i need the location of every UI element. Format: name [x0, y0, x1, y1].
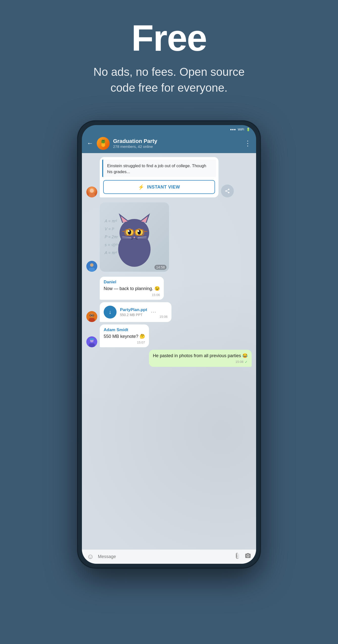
- svg-point-3: [90, 189, 93, 192]
- message-bubble: Adam Smidt 550 MB keynote? 🤔 15:07: [100, 324, 149, 347]
- svg-rect-31: [89, 318, 95, 322]
- message-sender: Adam Smidt: [104, 328, 145, 332]
- checkmark-icon: ✓: [245, 360, 248, 364]
- file-download-button[interactable]: ↓: [104, 306, 117, 318]
- svg-point-17: [128, 230, 130, 232]
- signal-icon: ●●●: [230, 128, 236, 131]
- message-text: 550 MB keynote? 🤔: [104, 334, 145, 340]
- group-info: Graduation Party 278 members, 42 online: [113, 138, 241, 148]
- more-options-icon[interactable]: ⋮: [244, 139, 251, 148]
- message-sender: Daniel: [104, 280, 160, 284]
- avatar: [86, 186, 97, 198]
- message-input[interactable]: [98, 554, 230, 559]
- table-row: A = πr² V = l³ P = 2πr s = √(r²+h²) A = …: [86, 202, 252, 272]
- svg-rect-39: [89, 338, 94, 340]
- chat-header: ← 🍍 Graduation Party 278 members, 42 onl…: [82, 134, 256, 153]
- share-button[interactable]: [221, 184, 234, 198]
- file-more-icon[interactable]: ⋯: [151, 309, 156, 315]
- svg-rect-37: [89, 343, 95, 347]
- bolt-icon: ⚡: [138, 184, 144, 190]
- hero-section: Free No ads, no fees. Open source code f…: [0, 0, 338, 111]
- phone-screen: ●●● WiFi 🔋 ← 🍍 Graduation Party 278 memb…: [82, 125, 256, 564]
- back-button[interactable]: ←: [87, 140, 93, 147]
- phone-mockup: ●●● WiFi 🔋 ← 🍍 Graduation Party 278 memb…: [77, 121, 261, 568]
- svg-point-40: [247, 555, 249, 556]
- file-name: PartyPlan.ppt: [120, 308, 147, 312]
- article-bubble: Einstein struggled to find a job out of …: [100, 157, 219, 198]
- table-row: Adam Smidt 550 MB keynote? 🤔 15:07: [86, 324, 252, 347]
- article-preview-text: Einstein struggled to find a job out of …: [102, 160, 216, 177]
- chat-body: Einstein struggled to find a job out of …: [82, 153, 256, 550]
- table-row: Einstein struggled to find a job out of …: [86, 157, 252, 198]
- table-row: Daniel Now — back to planning. 😉 15:06: [86, 277, 252, 300]
- table-row: ↓ PartyPlan.ppt 550.2 MB PPT ⋯ 15:06: [86, 302, 252, 322]
- svg-line-26: [122, 238, 131, 238]
- status-bar: ●●● WiFi 🔋: [82, 125, 256, 134]
- status-icons: ●●● WiFi 🔋: [230, 128, 250, 131]
- message-time: 15:06: [104, 293, 160, 297]
- table-row: He pasted in photos from all previous pa…: [86, 350, 252, 367]
- file-size: 550.2 MB PPT: [120, 313, 147, 317]
- camera-button[interactable]: [245, 552, 251, 561]
- emoji-button[interactable]: ☺: [87, 552, 94, 560]
- avatar: [86, 336, 97, 347]
- instant-view-button[interactable]: ⚡ INSTANT VIEW: [103, 180, 215, 194]
- message-text: He pasted in photos from all previous pa…: [153, 353, 248, 359]
- svg-point-8: [119, 219, 149, 247]
- hero-title: Free: [131, 20, 207, 56]
- instant-view-label: INSTANT VIEW: [147, 184, 180, 190]
- message-time: 15:08 ✓: [153, 360, 248, 364]
- outgoing-bubble: He pasted in photos from all previous pa…: [149, 350, 252, 367]
- time-label: 15:08: [235, 360, 244, 364]
- cat-sticker: [105, 207, 164, 267]
- message-input-bar: ☺: [82, 550, 256, 564]
- wifi-icon: WiFi: [238, 128, 244, 131]
- attachment-button[interactable]: [234, 552, 241, 561]
- group-avatar: 🍍: [97, 137, 110, 150]
- battery-icon: 🔋: [246, 128, 250, 131]
- svg-point-5: [90, 263, 93, 267]
- avatar: [86, 261, 97, 272]
- svg-point-18: [138, 230, 139, 232]
- file-time: 15:06: [160, 315, 168, 318]
- group-name: Graduation Party: [113, 138, 241, 144]
- sticker-message: A = πr² V = l³ P = 2πr s = √(r²+h²) A = …: [100, 202, 169, 272]
- svg-rect-6: [89, 268, 95, 272]
- message-text: Now — back to planning. 😉: [104, 286, 160, 292]
- group-members: 278 members, 42 online: [113, 144, 241, 148]
- phone-outer-shell: ●●● WiFi 🔋 ← 🍍 Graduation Party 278 memb…: [77, 121, 261, 568]
- message-bubble: Daniel Now — back to planning. 😉 15:06: [100, 277, 164, 300]
- hero-subtitle: No ads, no fees. Open source code free f…: [85, 64, 253, 96]
- file-bubble: ↓ PartyPlan.ppt 550.2 MB PPT ⋯ 15:06: [100, 302, 171, 322]
- file-info: PartyPlan.ppt 550.2 MB PPT: [120, 308, 147, 317]
- message-time: 15:07: [104, 340, 145, 344]
- avatar: [86, 311, 97, 322]
- svg-line-28: [138, 238, 146, 238]
